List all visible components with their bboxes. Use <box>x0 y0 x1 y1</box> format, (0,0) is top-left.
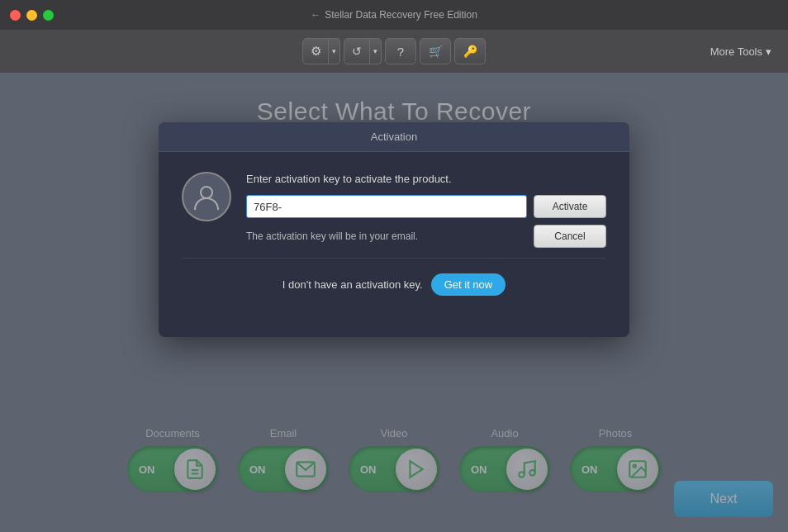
traffic-lights <box>10 10 54 21</box>
cancel-button[interactable]: Cancel <box>534 225 606 248</box>
modal-desc: Enter activation key to activate the pro… <box>246 172 606 187</box>
back-icon[interactable]: ← <box>311 9 320 21</box>
modal-right-panel: Enter activation key to activate the pro… <box>246 172 606 248</box>
activation-key-input[interactable] <box>246 195 527 218</box>
app-name: Stellar Data Recovery Free Edition <box>325 9 477 21</box>
more-tools-menu[interactable]: More Tools ▾ <box>710 45 771 58</box>
title-bar-text: ← Stellar Data Recovery Free Edition <box>311 9 477 21</box>
title-bar: ← Stellar Data Recovery Free Edition <box>0 0 788 30</box>
activate-button[interactable]: Activate <box>534 195 606 218</box>
avatar <box>182 172 231 221</box>
settings-dropdown[interactable]: ⚙ ▾ <box>302 38 340 64</box>
modal-footer: I don't have an activation key. Get it n… <box>182 258 606 314</box>
modal-overlay: Activation Enter activation key to activ… <box>0 73 788 532</box>
svg-point-8 <box>201 187 212 198</box>
history-arrow[interactable]: ▾ <box>370 38 382 64</box>
activation-modal: Activation Enter activation key to activ… <box>159 122 629 337</box>
maximize-button[interactable] <box>43 10 54 21</box>
toolbar: ⚙ ▾ ↺ ▾ ? 🛒 🔑 More Tools ▾ <box>0 30 788 73</box>
main-content: Select What To Recover Documents ON Emai <box>0 73 788 532</box>
history-dropdown[interactable]: ↺ ▾ <box>344 38 382 64</box>
history-button[interactable]: ↺ <box>344 38 370 64</box>
modal-top-row: Enter activation key to activate the pro… <box>182 172 606 248</box>
help-button[interactable]: ? <box>385 38 416 64</box>
more-tools-arrow: ▾ <box>766 45 771 58</box>
input-row: Activate <box>246 195 606 218</box>
cart-button[interactable]: 🛒 <box>420 38 451 64</box>
hint-text: The activation key will be in your email… <box>246 230 418 242</box>
key-button[interactable]: 🔑 <box>454 38 486 64</box>
minimize-button[interactable] <box>26 10 37 21</box>
modal-title: Activation <box>371 131 417 143</box>
more-tools-label: More Tools <box>710 45 762 58</box>
get-it-now-button[interactable]: Get it now <box>431 273 506 296</box>
settings-button[interactable]: ⚙ <box>302 38 329 64</box>
modal-body: Enter activation key to activate the pro… <box>159 152 629 337</box>
close-button[interactable] <box>10 10 21 21</box>
no-key-text: I don't have an activation key. <box>282 278 423 291</box>
settings-arrow[interactable]: ▾ <box>329 38 340 64</box>
modal-header: Activation <box>159 122 629 152</box>
